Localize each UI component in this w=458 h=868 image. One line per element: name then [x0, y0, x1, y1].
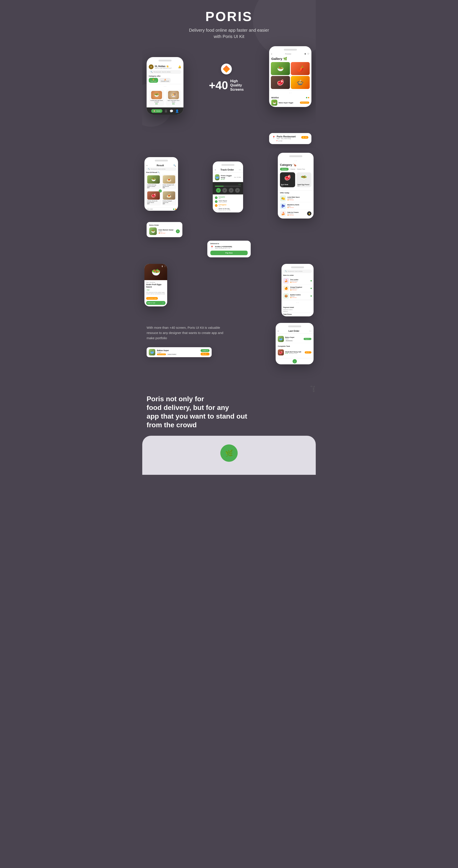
detail-desc: 10% discount on the cooked vegan cookies… [146, 292, 165, 295]
delivered-to-card: Delivered to 📍 Andika (+639384999) Jalan… [207, 241, 251, 257]
gallery-item-2[interactable]: 🌶️ [291, 62, 310, 75]
cat-fast-food[interactable]: 🍔 Fast Food [149, 78, 158, 83]
offer-3[interactable]: 🍰 Cake Ice Creams Ice Creams 🔥 490 kcal … [280, 210, 312, 217]
share-icon-detail[interactable]: ⬆ [161, 265, 163, 268]
items-order-title: Items Order [149, 224, 180, 226]
phone-home: H Hi, Heldan 👋 Want to order delicious f… [146, 57, 184, 115]
lo-item-1[interactable]: 🥣 Bakso Super Vegan Mushrooms Track O... [278, 335, 312, 343]
badge-vegi: Vegi [146, 289, 150, 291]
rating-badge: ⭐ 4.8 [301, 136, 308, 139]
result-search[interactable]: 🔍 Restaurant, food & drinks [146, 167, 176, 170]
notification-icon: 🔔 [178, 65, 181, 68]
track-o-btn[interactable]: Track O [201, 349, 209, 352]
result-item-3[interactable]: 🥩 Chicken Steak with Pasta Sauce $34 2 [146, 190, 161, 206]
bottom-section: 🌿 [142, 436, 316, 475]
menu-item-3[interactable]: 🍪 Nutella Cookies Milkman 🔥 230 kcal [282, 292, 314, 300]
more-icon[interactable]: ⋯ [309, 330, 312, 332]
share-icon[interactable]: ⬆ [304, 53, 306, 55]
search-icon-result[interactable]: 🔍 [173, 164, 176, 167]
cat-tab-dinners[interactable]: Dinners [280, 168, 289, 170]
menu-item-2[interactable]: 🍊 Orange Panglized Brunch Dinner 🔥 230 k… [282, 285, 314, 292]
greeting: Hi, Heldan 👋 [155, 65, 172, 67]
phone-category: ⌃⌃ Category 🍗 Dinners Classic Gluten Fre… [278, 153, 314, 219]
back-icon[interactable]: ‹ [271, 53, 272, 55]
search-placeholder: Restaurant, food & drinks [154, 71, 171, 73]
promo-button[interactable]: Try promo code [146, 297, 158, 300]
category-collapse: ⌃⌃ [294, 160, 297, 162]
cat-tab-classic[interactable]: Classic [290, 168, 295, 170]
restaurant-card: 📍 Paris Restaurant Main · Sat | 08:00 dr… [269, 133, 312, 144]
cat-salad-egg[interactable]: 🥗 Salad Egg Peanut $88 [296, 172, 312, 187]
heart-icon[interactable]: ♡ [307, 53, 309, 55]
phone-order-menu: 🔍 Restaurant, food & drinks Item to orde… [282, 264, 314, 316]
phone-detail: 🥗 ⬆ ♡ Main, Breakfast Grain Fruit Eggs S… [144, 264, 167, 306]
food-card-1[interactable]: 🥗 Cooked with egg Sweet Cookies $31 [149, 90, 164, 106]
last-order-label: Last order [146, 208, 153, 210]
search-bar[interactable]: 🔍 Restaurant, food & drinks [149, 70, 181, 74]
dot-orange-indicator [308, 97, 309, 98]
detail-subtitle: Main, Breakfast [146, 282, 165, 283]
dot-green-indicator [306, 97, 307, 98]
sketch-icon [221, 64, 232, 74]
mushrooms-tag: Mushrooms [157, 353, 166, 355]
back-icon-result[interactable]: ‹ [146, 164, 147, 167]
cat-dessert[interactable]: 🍰 Dessert Food [159, 78, 171, 83]
bakso-type: Vegan [157, 351, 199, 353]
payment-detail-label: Payment detail [283, 307, 312, 308]
result-item-4[interactable]: 🍝 Creamy Spaggeti Sauce Nut $34 [162, 190, 176, 206]
phone-track: ‹ Track Order ⋯ 🥣 Prime Veggie Soup $4.9… [213, 161, 243, 212]
food-card-2[interactable]: 🍜 Spicy meat with Citrus Sauce $31 [166, 90, 181, 106]
menu-search[interactable]: 🔍 Restaurant, food & drinks [283, 270, 312, 273]
detail-title: Grain Fruit Eggs Sauce [146, 283, 165, 288]
gallery-item-3[interactable]: 🥩 [271, 76, 290, 89]
heart-icon-detail[interactable]: ♡ [164, 265, 166, 268]
gallery-item-1[interactable]: 🥗 [271, 62, 290, 75]
mushrooms-tag[interactable]: Mushrooms [300, 101, 309, 104]
item-badge-2: 2 [159, 189, 162, 192]
gallery-title: Gallery 🌿 [271, 57, 287, 61]
complete-task-label: Complete Task [275, 344, 314, 348]
lo-item-2[interactable]: 🥩 Steak Beef Honey Salt $438 Barbeque Pa… [278, 348, 312, 356]
bakso-name: Bakso Super [157, 349, 199, 351]
result-item-1[interactable]: 🥗 Cooked with egg Sweet Cookies $34 [146, 174, 161, 189]
gallery-item-4[interactable]: 🍲 [291, 76, 310, 89]
cat-beef-steak[interactable]: 🥩 Beef Steak $88 [280, 172, 295, 187]
offer-label: Offer today [280, 192, 312, 194]
dessert-tag: okiees Vanilla [167, 353, 177, 355]
back-last-order[interactable]: ‹ [278, 330, 279, 332]
category-title: Category 🍗 [280, 163, 312, 166]
phone-result: ‹ Result 🔍 🔍 Restaurant, food & drinks F… [144, 157, 178, 211]
offer-1[interactable]: 🍋 Lemot Mate Sauce Vegetarian 🔥 240 kcal [280, 195, 312, 202]
restaurant-distance: 📍 12 KM [272, 140, 308, 142]
back-track[interactable]: ‹ [215, 168, 216, 171]
reorder-btn[interactable]: Re-Or... [305, 351, 312, 353]
track-est: Est: 15 MIN [234, 177, 241, 178]
greeting-sub: Want to order delicious food? [155, 67, 172, 69]
nav-chat[interactable]: 💬 [170, 110, 173, 113]
order-item-name: Kale Market Salad [159, 229, 174, 231]
nav-menu[interactable]: ☰ [165, 110, 167, 113]
track-item-name: Prime Veggie Soup [221, 175, 233, 179]
last-order-title: Last Order [288, 330, 299, 332]
nav-home[interactable]: 🏠 Home [151, 109, 163, 113]
delivered-label: Delivered to [210, 243, 248, 244]
wishlist-item[interactable]: 🥗 Bakso Super Veggie Mushrooms [271, 100, 309, 106]
bakso-super-card: 🥣 Bakso Super Vegan Mushrooms okiees Van… [146, 347, 211, 357]
result-item-2[interactable]: 🍝 Classic Spaggeti with Mushrooms $34 [162, 174, 176, 189]
track-action-btn[interactable]: Track O... [304, 338, 312, 340]
re-or-btn[interactable]: Re-Or [201, 352, 209, 355]
collapse-btn[interactable]: ⌄ [293, 359, 297, 364]
location-icon: 📍 [210, 246, 214, 249]
track-menu-icon[interactable]: ⋯ [239, 168, 241, 171]
nav-profile[interactable]: 👤 [175, 110, 179, 113]
order-item-kcal: 🔥 230 kcal [159, 232, 174, 234]
add-to-cart-button[interactable]: Add to Cart 🛒 [146, 301, 165, 305]
restaurant-meta: Main · Sat | 08:00 drop [277, 138, 296, 139]
quality-label-2: Quality [230, 83, 243, 87]
pay-now-button[interactable]: Pay Now [210, 251, 248, 255]
avatar: H [149, 64, 154, 69]
offer-2[interactable]: 🫐 Blackberry Sands Vegan 🔥 450 kcal [280, 202, 312, 210]
cat-tab-glutenfree[interactable]: Gluten Free [297, 168, 305, 170]
middle-description: With more than +40 screen, Poris UI Kit … [146, 325, 225, 341]
menu-item-1[interactable]: 🍰 Tres Leches Brunch Dinner 🔥 230 kcal [282, 277, 314, 285]
